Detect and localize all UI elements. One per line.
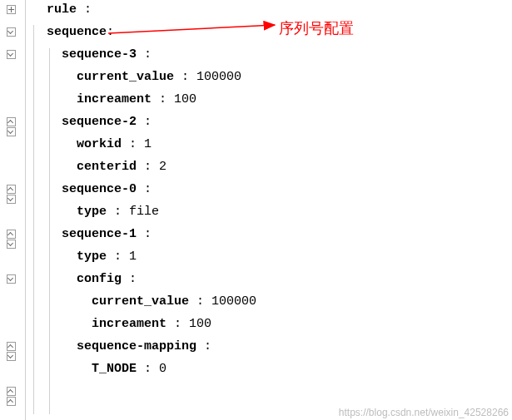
annotation-label: 序列号配置: [279, 18, 354, 38]
yaml-value: 2: [152, 160, 167, 174]
code-line: increament : 100: [32, 313, 512, 335]
yaml-value: 0: [152, 362, 167, 376]
fold-end-icon[interactable]: [7, 117, 16, 126]
yaml-key: current_value: [77, 70, 174, 84]
fold-collapse-icon[interactable]: [7, 240, 16, 249]
code-line: sequence-3 :: [32, 43, 512, 66]
yaml-colon: :: [167, 317, 181, 331]
code-line: sequence-1 :: [32, 223, 512, 245]
yaml-colon: :: [137, 160, 152, 174]
code-line: centerid : 2: [32, 156, 512, 178]
gutter: [0, 0, 26, 420]
code-line: sequence-mapping :: [32, 335, 512, 358]
code-line: rule :: [32, 0, 512, 21]
yaml-colon: :: [122, 137, 137, 151]
fold-collapse-icon[interactable]: [7, 27, 16, 37]
yaml-colon: :: [137, 362, 152, 376]
yaml-key: config: [77, 272, 122, 286]
fold-end-icon[interactable]: [7, 342, 16, 351]
code-line: current_value : 100000: [32, 66, 512, 88]
fold-end-icon[interactable]: [7, 230, 16, 239]
gutter-fold-controls: [7, 0, 17, 420]
yaml-colon: :: [137, 47, 152, 62]
fold-end-icon[interactable]: [7, 397, 16, 406]
fold-collapse-icon[interactable]: [7, 274, 16, 284]
yaml-key: centerid: [77, 160, 137, 174]
fold-collapse-icon[interactable]: [7, 195, 16, 204]
yaml-key: sequence-3: [62, 47, 137, 62]
yaml-colon: :: [137, 115, 152, 129]
fold-collapse-icon[interactable]: [7, 50, 16, 59]
yaml-colon: :: [137, 182, 152, 196]
code-line: increament : 100: [32, 88, 512, 111]
yaml-key: type: [77, 250, 107, 264]
fold-end-icon[interactable]: [7, 387, 16, 396]
yaml-colon: :: [189, 294, 204, 309]
yaml-key: sequence-1: [62, 227, 137, 241]
yaml-colon: :: [122, 272, 137, 286]
yaml-value: 100000: [204, 294, 256, 309]
yaml-value: 1: [137, 137, 152, 151]
code-area[interactable]: rule : sequence: sequence-3 : current_va…: [32, 0, 512, 420]
code-line: type : 1: [32, 245, 512, 268]
yaml-key: sequence-mapping: [77, 339, 196, 353]
yaml-colon: :: [77, 2, 92, 17]
yaml-key: increament: [92, 317, 167, 331]
yaml-value: 100: [181, 317, 211, 331]
yaml-value: file: [122, 205, 159, 219]
code-line: sequence-0 :: [32, 178, 512, 200]
code-line: sequence-2 :: [32, 111, 512, 133]
fold-collapse-icon[interactable]: [7, 127, 16, 136]
code-line: workid : 1: [32, 133, 512, 156]
yaml-colon: :: [137, 227, 152, 241]
yaml-key: workid: [77, 137, 122, 151]
code-line: sequence:: [32, 21, 512, 43]
yaml-colon: :: [107, 205, 122, 219]
yaml-colon: :: [152, 92, 167, 106]
watermark: https://blog.csdn.net/weixin_42528266: [339, 407, 509, 418]
code-line: config :: [32, 268, 512, 290]
fold-end-icon[interactable]: [7, 185, 16, 194]
code-line: T_NODE : 0: [32, 358, 512, 380]
yaml-colon: :: [107, 250, 122, 264]
fold-expand-icon[interactable]: [7, 5, 16, 14]
code-line: current_value : 100000: [32, 290, 512, 313]
yaml-key: sequence-2: [62, 115, 137, 129]
yaml-colon: :: [174, 70, 189, 84]
yaml-value: 100: [167, 92, 196, 106]
yaml-value: 100000: [189, 70, 241, 84]
yaml-key: T_NODE: [92, 362, 137, 376]
yaml-key: type: [77, 205, 107, 219]
yaml-key: sequence-0: [62, 182, 137, 196]
yaml-key: sequence: [47, 25, 107, 39]
code-line: type : file: [32, 200, 512, 223]
yaml-value: 1: [122, 250, 137, 264]
yaml-key: increament: [77, 92, 152, 106]
yaml-key: rule: [47, 2, 77, 17]
yaml-key: current_value: [92, 294, 189, 309]
fold-collapse-icon[interactable]: [7, 352, 16, 361]
yaml-colon: :: [196, 339, 211, 353]
yaml-colon: :: [107, 25, 114, 39]
